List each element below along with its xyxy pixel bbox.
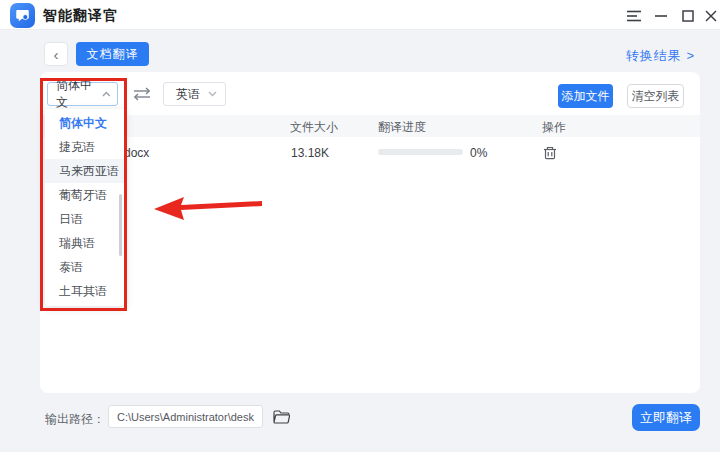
output-path-label: 输出路径： <box>45 411 105 428</box>
dropdown-item-malay[interactable]: 马来西亚语 <box>45 159 125 183</box>
target-language-value: 英语 <box>176 86 200 103</box>
language-dropdown-list: 简体中文 捷克语 马来西亚语 葡萄牙语 日语 瑞典语 泰语 土耳其语 <box>45 109 125 306</box>
conversion-results-link[interactable]: 转换结果 > <box>626 47 695 65</box>
output-path-input[interactable] <box>108 405 263 428</box>
table-header: 文件大小 翻译进度 操作 <box>40 115 700 137</box>
app-window: 智能翻译官 ‹ 文档翻译 转换结果 > 文件大小 <box>0 0 720 452</box>
file-name: docx <box>124 146 149 160</box>
app-title: 智能翻译官 <box>43 0 118 30</box>
swap-languages-icon[interactable] <box>132 87 152 101</box>
maximize-button[interactable] <box>679 7 696 24</box>
column-header-size: 文件大小 <box>290 119 338 136</box>
folder-icon <box>273 410 290 424</box>
clear-list-button[interactable]: 清空列表 <box>627 84 684 108</box>
menu-icon[interactable] <box>625 7 642 24</box>
close-button[interactable] <box>702 7 719 24</box>
dropdown-item-swedish[interactable]: 瑞典语 <box>45 232 125 256</box>
title-bar: 智能翻译官 <box>0 0 720 30</box>
target-language-select[interactable]: 英语 <box>163 82 226 106</box>
dropdown-item-czech[interactable]: 捷克语 <box>45 135 125 159</box>
tab-document-translate[interactable]: 文档翻译 <box>76 42 149 66</box>
dropdown-item-turkish[interactable]: 土耳其语 <box>45 280 125 304</box>
column-header-progress: 翻译进度 <box>378 119 426 136</box>
chevron-up-icon <box>102 91 111 97</box>
dropdown-item-japanese[interactable]: 日语 <box>45 208 125 232</box>
app-logo-icon <box>10 3 35 28</box>
dropdown-item-portuguese[interactable]: 葡萄牙语 <box>45 183 125 207</box>
dropdown-item-simplified-chinese[interactable]: 简体中文 <box>45 111 125 135</box>
trash-icon <box>543 145 557 160</box>
progress-percent: 0% <box>470 146 487 160</box>
dropdown-item-thai[interactable]: 泰语 <box>45 256 125 280</box>
source-language-select[interactable]: 简体中文 <box>47 82 118 106</box>
delete-file-button[interactable] <box>541 143 559 161</box>
dropdown-scrollbar[interactable] <box>119 194 122 256</box>
file-size: 13.18K <box>291 146 329 160</box>
minimize-button[interactable] <box>652 7 669 24</box>
source-language-value: 简体中文 <box>56 77 102 111</box>
browse-folder-button[interactable] <box>271 407 291 427</box>
chevron-left-icon: ‹ <box>54 46 59 63</box>
back-button[interactable]: ‹ <box>44 42 68 66</box>
progress-bar <box>378 149 463 155</box>
add-file-button[interactable]: 添加文件 <box>558 84 613 108</box>
translate-now-button[interactable]: 立即翻译 <box>632 404 700 431</box>
column-header-action: 操作 <box>542 119 566 136</box>
chevron-down-icon <box>208 91 217 97</box>
